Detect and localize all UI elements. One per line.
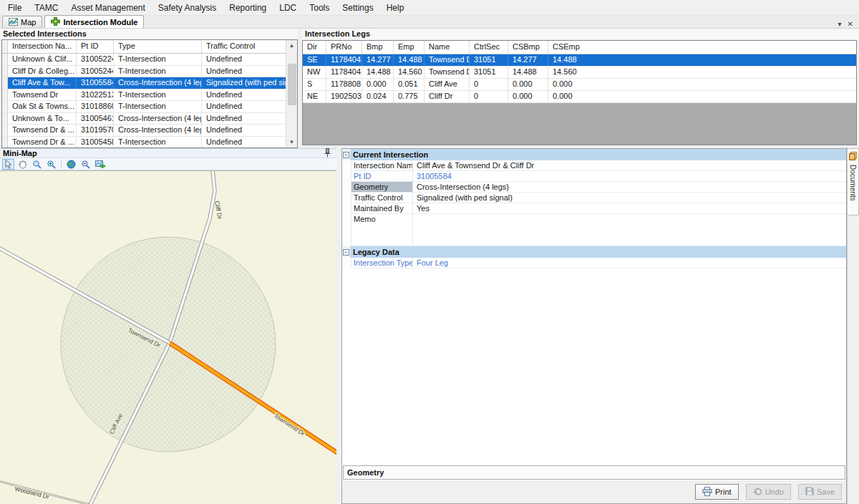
toolbar-separator [61, 160, 62, 169]
documents-side-tab[interactable]: Documents [848, 148, 859, 215]
property-value[interactable] [413, 214, 846, 246]
minimap-canvas[interactable]: Cliff Dr Townsend Dr Cliff Ave Townsend … [0, 170, 336, 504]
scrollbar-thumb[interactable] [288, 64, 296, 105]
table-header-row: DirPRNoBmpEmpNameCtrlSecCSBmpCSEmp [303, 41, 856, 54]
table-cell: 14.277 [508, 54, 548, 66]
property-value[interactable]: Yes [413, 203, 846, 214]
property-value[interactable]: 31005584 [413, 171, 846, 182]
table-header-row: Intersection Na...Pt IDTypeTraffic Contr… [2, 40, 286, 54]
menu-bar: FileTAMCAsset ManagementSafety AnalysisR… [0, 0, 859, 16]
tab-map[interactable]: Map [2, 16, 42, 28]
menu-item-tools[interactable]: Tools [303, 0, 336, 16]
column-header[interactable]: Type [114, 40, 202, 53]
column-header[interactable]: PRNo [326, 41, 362, 54]
column-header[interactable]: CSEmp [548, 41, 856, 54]
zoom-rectangle-tool[interactable] [31, 159, 43, 170]
intersection-properties-panel: − Current Intersection Intersection Name… [341, 148, 847, 504]
collapse-icon[interactable]: − [343, 152, 349, 158]
table-row[interactable]: Townsend Dr & ...31005458T-IntersectionU… [2, 137, 286, 148]
table-cell: SE [303, 54, 326, 66]
documents-tab-label: Documents [849, 165, 857, 201]
undo-icon [753, 487, 762, 497]
column-header[interactable]: Dir [303, 41, 326, 54]
table-row[interactable]: Townsend Dr31022513T-IntersectionUndefin… [2, 89, 286, 102]
tab-list-dropdown-icon[interactable]: ▾ [838, 20, 842, 28]
vertical-scrollbar[interactable]: ▲ ▼ [286, 40, 297, 147]
menu-item-help[interactable]: Help [380, 0, 411, 16]
full-extent-tool[interactable] [65, 159, 77, 170]
tab-close-icon[interactable]: ✕ [848, 20, 853, 28]
table-cell: 31005224 [77, 54, 114, 65]
table-cell: Townsend Dr [424, 54, 470, 66]
current-intersection-section: − Current Intersection Intersection Name… [342, 149, 846, 246]
select-tool[interactable] [2, 159, 14, 170]
undo-button[interactable]: Undo [746, 484, 791, 500]
pan-tool[interactable] [16, 159, 29, 170]
column-header[interactable]: Emp [394, 41, 424, 54]
menu-item-settings[interactable]: Settings [336, 0, 379, 16]
section-title: Current Intersection [351, 150, 428, 159]
tab-intersection-module[interactable]: Intersection Module [44, 15, 144, 28]
geometry-section-bar[interactable]: Geometry [343, 465, 845, 480]
table-row[interactable]: Unknown & Clif...31005224T-IntersectionU… [2, 54, 286, 66]
documents-icon [849, 150, 858, 163]
menu-item-file[interactable]: File [1, 0, 28, 16]
table-cell: 1902503 [326, 91, 362, 102]
column-header[interactable]: Bmp [362, 41, 394, 54]
property-value[interactable]: Cross-Intersection (4 legs) [413, 182, 846, 193]
table-cell: 31005244 [77, 66, 114, 77]
menu-item-asset-management[interactable]: Asset Management [64, 0, 151, 16]
section-header: − Legacy Data [342, 246, 846, 258]
table-cell: 14.488 [394, 54, 424, 66]
column-header[interactable]: Traffic Control [202, 40, 286, 53]
save-button[interactable]: Save [798, 484, 842, 500]
print-button[interactable]: Print [695, 484, 739, 500]
property-value[interactable]: Signalized (with ped signal) [413, 193, 846, 203]
section-title: Legacy Data [351, 248, 399, 256]
menu-item-safety-analysis[interactable]: Safety Analysis [152, 0, 223, 16]
table-cell: 1178404 [326, 54, 362, 66]
table-cell: 14.488 [508, 67, 548, 78]
property-value[interactable]: Four Leg [413, 258, 846, 268]
column-header[interactable]: Pt ID [77, 40, 114, 53]
zoom-out-tool[interactable] [79, 159, 92, 170]
table-cell: 14.560 [548, 67, 856, 78]
table-row[interactable]: Townsend Dr & ...31019570Cross-Intersect… [2, 125, 286, 137]
column-header[interactable]: CSBmp [508, 41, 548, 54]
legacy-data-section: − Legacy Data Intersection TypeFour Leg [342, 246, 846, 268]
table-row[interactable]: Oak St & Towns...31018860T-IntersectionU… [2, 101, 286, 113]
printer-icon [702, 487, 712, 498]
document-tab-strip: Map Intersection Module ▾ ✕ [0, 16, 859, 29]
table-cell: Signalized (with ped signal) [202, 77, 286, 89]
pin-icon[interactable] [324, 148, 331, 159]
export-map-tool[interactable] [94, 159, 106, 170]
column-header[interactable]: Intersection Na... [8, 40, 77, 53]
table-row[interactable]: NE19025030.0240.775Cliff Dr00.0000.000 [303, 91, 856, 103]
selected-intersections-table: Intersection Na...Pt IDTypeTraffic Contr… [1, 39, 298, 148]
property-row: Intersection NameCliff Ave & Townsend Dr… [342, 160, 846, 171]
table-cell: 31005584 [77, 77, 114, 89]
geometry-section-title: Geometry [347, 468, 384, 477]
scroll-down-arrow-icon[interactable]: ▼ [286, 137, 298, 147]
collapse-icon[interactable]: − [343, 249, 349, 256]
menu-item-ldc[interactable]: LDC [273, 0, 303, 16]
property-label: Maintained By [351, 203, 413, 214]
table-row[interactable]: NW117840414.48814.560Townsend Dr3105114.… [303, 67, 856, 79]
column-header[interactable]: Name [424, 41, 470, 54]
column-header[interactable]: CtrlSec [470, 41, 508, 54]
menu-item-reporting[interactable]: Reporting [223, 0, 273, 16]
table-row[interactable]: SE117840414.27714.488Townsend Dr3105114.… [303, 54, 856, 67]
table-row[interactable]: Cliff Ave & Tow...31005584Cross-Intersec… [2, 77, 286, 89]
save-button-label: Save [817, 488, 835, 496]
zoom-in-tool[interactable] [45, 159, 57, 170]
table-row[interactable]: Cliff Dr & Colleg...31005244T-Intersecti… [2, 66, 286, 78]
menu-item-tamc[interactable]: TAMC [28, 0, 64, 16]
table-row[interactable]: S11788080.0000.051Cliff Ave00.0000.000 [303, 79, 856, 91]
table-cell: T-Intersection [114, 101, 202, 112]
table-cell: 0.000 [362, 79, 394, 90]
property-label: Geometry [351, 182, 413, 193]
scroll-up-arrow-icon[interactable]: ▲ [286, 40, 298, 51]
table-row[interactable]: Unknown & To...31005461Cross-Intersectio… [2, 113, 286, 125]
property-value[interactable]: Cliff Ave & Townsend Dr & Cliff Dr [413, 160, 846, 171]
intersection-module-tab-icon [51, 17, 60, 27]
